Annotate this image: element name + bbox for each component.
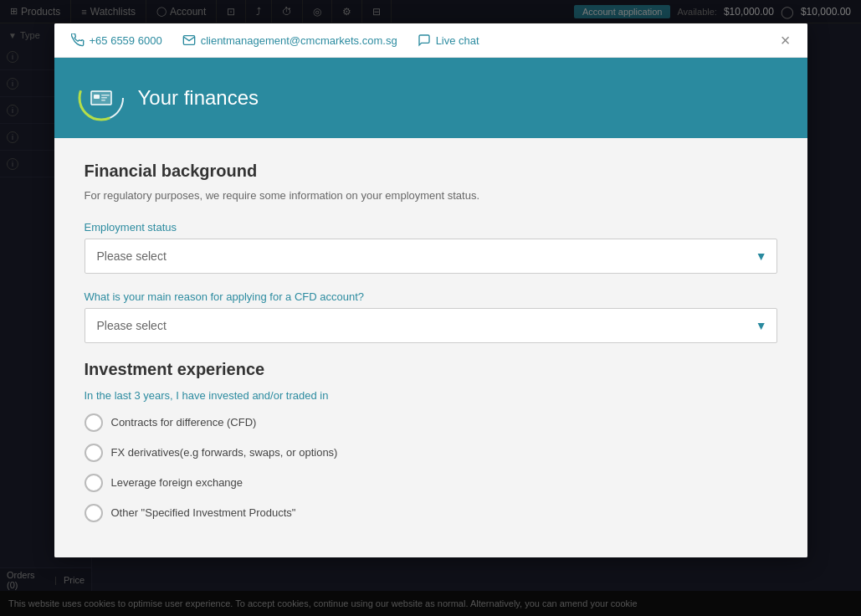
modal-body: Financial background For regulatory purp…: [54, 138, 807, 557]
modal-overlay: +65 6559 6000 clientmanagement@cmcmarket…: [0, 0, 861, 616]
svg-rect-6: [101, 100, 105, 101]
modal-close-button[interactable]: ×: [781, 32, 791, 49]
modal-header: Your finances: [54, 58, 807, 138]
modal-dialog: +65 6559 6000 clientmanagement@cmcmarket…: [54, 23, 807, 557]
svg-rect-3: [94, 95, 100, 99]
employment-label: Employment status: [85, 221, 777, 234]
radio-item-other: Other "Specified Investment Products": [85, 504, 777, 522]
radio-fx[interactable]: [85, 444, 103, 462]
cfd-reason-field: What is your main reason for applying fo…: [85, 290, 777, 343]
radio-item-cfd: Contracts for difference (CFD): [85, 413, 777, 432]
radio-cfd-label: Contracts for difference (CFD): [111, 416, 257, 429]
radio-item-fx: FX derivatives(e.g forwards, swaps, or o…: [85, 444, 777, 462]
svg-rect-5: [101, 97, 107, 99]
radio-cfd[interactable]: [85, 413, 103, 432]
financial-background-title: Financial background: [85, 162, 777, 181]
employment-select-wrapper: Please select ▼: [85, 239, 777, 274]
phone-contact[interactable]: +65 6559 6000: [71, 33, 162, 47]
email-icon: [182, 33, 196, 47]
live-chat-contact[interactable]: Live chat: [418, 33, 479, 47]
svg-rect-4: [101, 95, 110, 96]
modal-contact-bar: +65 6559 6000 clientmanagement@cmcmarket…: [54, 23, 807, 58]
cfd-select-wrapper: Please select ▼: [85, 308, 777, 343]
investment-question: In the last 3 years, I have invested and…: [85, 389, 777, 402]
modal-title: Your finances: [138, 86, 259, 110]
cfd-select[interactable]: Please select: [85, 308, 777, 343]
radio-item-leverage: Leverage foreign exchange: [85, 474, 777, 492]
chat-icon: [418, 33, 431, 47]
radio-leverage[interactable]: [85, 474, 103, 492]
radio-other[interactable]: [85, 504, 103, 522]
radio-fx-label: FX derivatives(e.g forwards, swaps, or o…: [111, 446, 338, 459]
email-contact[interactable]: clientmanagement@cmcmarkets.com.sg: [182, 33, 397, 47]
employment-select[interactable]: Please select: [85, 239, 777, 274]
cfd-label: What is your main reason for applying fo…: [85, 290, 777, 303]
employment-status-field: Employment status Please select ▼: [85, 221, 777, 274]
investment-experience-title: Investment experience: [85, 360, 777, 379]
radio-other-label: Other "Specified Investment Products": [111, 506, 296, 519]
finances-icon: [78, 74, 125, 121]
financial-background-desc: For regulatory purposes, we require some…: [85, 187, 777, 204]
phone-icon: [71, 33, 85, 47]
radio-leverage-label: Leverage foreign exchange: [111, 476, 243, 489]
